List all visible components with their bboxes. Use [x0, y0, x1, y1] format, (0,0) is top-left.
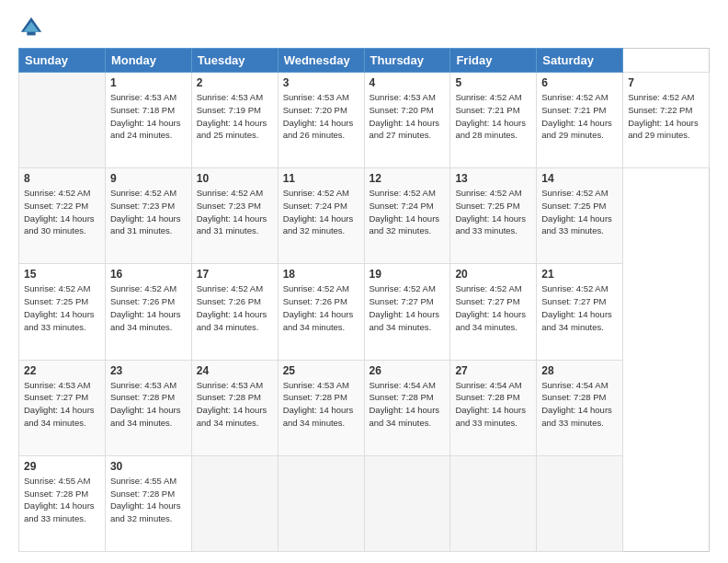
day-cell-10: 10Sunrise: 4:52 AMSunset: 7:23 PMDayligh…	[191, 168, 278, 264]
calendar-table: SundayMondayTuesdayWednesdayThursdayFrid…	[18, 48, 710, 552]
day-info: Sunrise: 4:52 AMSunset: 7:25 PMDaylight:…	[24, 282, 100, 333]
day-info: Sunrise: 4:53 AMSunset: 7:28 PMDaylight:…	[110, 379, 187, 430]
col-header-tuesday: Tuesday	[191, 49, 278, 73]
calendar-week-2: 8Sunrise: 4:52 AMSunset: 7:22 PMDaylight…	[19, 168, 710, 264]
day-info: Sunrise: 4:53 AMSunset: 7:19 PMDaylight:…	[197, 91, 273, 142]
empty-cell	[364, 455, 450, 551]
day-cell-18: 18Sunrise: 4:52 AMSunset: 7:26 PMDayligh…	[278, 264, 364, 360]
day-cell-5: 5Sunrise: 4:52 AMSunset: 7:21 PMDaylight…	[450, 73, 537, 168]
day-cell-7: 7Sunrise: 4:52 AMSunset: 7:22 PMDaylight…	[623, 73, 710, 168]
day-number: 21	[541, 268, 618, 281]
empty-cell	[537, 455, 623, 551]
logo-icon	[18, 15, 44, 40]
day-number: 14	[541, 172, 618, 185]
day-number: 25	[283, 364, 359, 377]
day-cell-3: 3Sunrise: 4:53 AMSunset: 7:20 PMDaylight…	[278, 73, 364, 168]
day-cell-21: 21Sunrise: 4:52 AMSunset: 7:27 PMDayligh…	[537, 264, 623, 360]
day-number: 1	[110, 76, 187, 89]
day-number: 4	[370, 76, 446, 89]
day-cell-25: 25Sunrise: 4:53 AMSunset: 7:28 PMDayligh…	[278, 360, 364, 455]
calendar-week-1: 1Sunrise: 4:53 AMSunset: 7:18 PMDaylight…	[19, 73, 710, 168]
day-number: 2	[197, 76, 273, 89]
day-info: Sunrise: 4:52 AMSunset: 7:23 PMDaylight:…	[197, 187, 273, 237]
col-header-saturday: Saturday	[537, 49, 623, 73]
empty-cell	[278, 455, 364, 551]
day-info: Sunrise: 4:52 AMSunset: 7:22 PMDaylight:…	[24, 187, 100, 237]
day-info: Sunrise: 4:52 AMSunset: 7:24 PMDaylight:…	[283, 187, 359, 237]
day-number: 29	[24, 460, 100, 473]
day-cell-2: 2Sunrise: 4:53 AMSunset: 7:19 PMDaylight…	[191, 73, 278, 168]
day-number: 19	[370, 268, 446, 281]
day-number: 3	[283, 76, 359, 89]
col-header-friday: Friday	[450, 49, 537, 73]
col-header-sunday: Sunday	[19, 49, 106, 73]
day-info: Sunrise: 4:52 AMSunset: 7:23 PMDaylight:…	[110, 187, 187, 237]
day-info: Sunrise: 4:52 AMSunset: 7:25 PMDaylight:…	[541, 187, 618, 237]
day-info: Sunrise: 4:52 AMSunset: 7:27 PMDaylight:…	[541, 282, 618, 333]
day-info: Sunrise: 4:52 AMSunset: 7:25 PMDaylight:…	[455, 187, 531, 237]
day-cell-22: 22Sunrise: 4:53 AMSunset: 7:27 PMDayligh…	[19, 360, 106, 455]
day-info: Sunrise: 4:52 AMSunset: 7:26 PMDaylight:…	[110, 282, 187, 333]
day-cell-6: 6Sunrise: 4:52 AMSunset: 7:21 PMDaylight…	[537, 73, 623, 168]
day-number: 22	[24, 364, 100, 377]
empty-cell	[450, 455, 537, 551]
day-info: Sunrise: 4:52 AMSunset: 7:27 PMDaylight:…	[455, 282, 531, 333]
day-number: 12	[370, 172, 446, 185]
day-number: 11	[283, 172, 359, 185]
day-number: 30	[110, 460, 187, 473]
logo	[18, 15, 48, 40]
day-number: 8	[24, 172, 100, 185]
day-number: 16	[110, 268, 187, 281]
day-cell-24: 24Sunrise: 4:53 AMSunset: 7:28 PMDayligh…	[191, 360, 278, 455]
day-cell-9: 9Sunrise: 4:52 AMSunset: 7:23 PMDaylight…	[105, 168, 191, 264]
day-cell-17: 17Sunrise: 4:52 AMSunset: 7:26 PMDayligh…	[191, 264, 278, 360]
col-header-monday: Monday	[105, 49, 191, 73]
calendar-week-3: 15Sunrise: 4:52 AMSunset: 7:25 PMDayligh…	[19, 264, 710, 360]
day-cell-15: 15Sunrise: 4:52 AMSunset: 7:25 PMDayligh…	[19, 264, 106, 360]
calendar-week-4: 22Sunrise: 4:53 AMSunset: 7:27 PMDayligh…	[19, 360, 710, 455]
day-cell-20: 20Sunrise: 4:52 AMSunset: 7:27 PMDayligh…	[450, 264, 537, 360]
day-info: Sunrise: 4:54 AMSunset: 7:28 PMDaylight:…	[370, 379, 446, 430]
empty-cell	[19, 73, 106, 168]
day-info: Sunrise: 4:54 AMSunset: 7:28 PMDaylight:…	[541, 379, 618, 430]
day-info: Sunrise: 4:52 AMSunset: 7:22 PMDaylight:…	[628, 91, 704, 142]
day-number: 17	[197, 268, 273, 281]
day-cell-16: 16Sunrise: 4:52 AMSunset: 7:26 PMDayligh…	[105, 264, 191, 360]
day-cell-8: 8Sunrise: 4:52 AMSunset: 7:22 PMDaylight…	[19, 168, 106, 264]
day-info: Sunrise: 4:52 AMSunset: 7:21 PMDaylight:…	[455, 91, 531, 142]
day-info: Sunrise: 4:52 AMSunset: 7:26 PMDaylight:…	[283, 282, 359, 333]
day-info: Sunrise: 4:53 AMSunset: 7:20 PMDaylight:…	[370, 91, 446, 142]
col-header-thursday: Thursday	[364, 49, 450, 73]
svg-rect-2	[27, 32, 35, 36]
header	[18, 15, 710, 40]
day-info: Sunrise: 4:53 AMSunset: 7:18 PMDaylight:…	[110, 91, 187, 142]
day-number: 10	[197, 172, 273, 185]
empty-cell	[191, 455, 278, 551]
day-info: Sunrise: 4:54 AMSunset: 7:28 PMDaylight:…	[455, 379, 531, 430]
day-info: Sunrise: 4:53 AMSunset: 7:28 PMDaylight:…	[283, 379, 359, 430]
day-number: 7	[628, 76, 704, 89]
day-cell-23: 23Sunrise: 4:53 AMSunset: 7:28 PMDayligh…	[105, 360, 191, 455]
day-cell-12: 12Sunrise: 4:52 AMSunset: 7:24 PMDayligh…	[364, 168, 450, 264]
day-cell-19: 19Sunrise: 4:52 AMSunset: 7:27 PMDayligh…	[364, 264, 450, 360]
day-number: 9	[110, 172, 187, 185]
day-number: 15	[24, 268, 100, 281]
day-cell-1: 1Sunrise: 4:53 AMSunset: 7:18 PMDaylight…	[105, 73, 191, 168]
day-cell-27: 27Sunrise: 4:54 AMSunset: 7:28 PMDayligh…	[450, 360, 537, 455]
day-number: 26	[370, 364, 446, 377]
col-header-wednesday: Wednesday	[278, 49, 364, 73]
day-info: Sunrise: 4:55 AMSunset: 7:28 PMDaylight:…	[24, 475, 100, 525]
day-info: Sunrise: 4:53 AMSunset: 7:28 PMDaylight:…	[197, 379, 273, 430]
day-number: 5	[455, 76, 531, 89]
day-cell-26: 26Sunrise: 4:54 AMSunset: 7:28 PMDayligh…	[364, 360, 450, 455]
day-cell-30: 30Sunrise: 4:55 AMSunset: 7:28 PMDayligh…	[105, 455, 191, 551]
day-cell-4: 4Sunrise: 4:53 AMSunset: 7:20 PMDaylight…	[364, 73, 450, 168]
day-cell-14: 14Sunrise: 4:52 AMSunset: 7:25 PMDayligh…	[537, 168, 623, 264]
day-number: 6	[541, 76, 618, 89]
day-number: 24	[197, 364, 273, 377]
day-number: 13	[455, 172, 531, 185]
day-info: Sunrise: 4:52 AMSunset: 7:26 PMDaylight:…	[197, 282, 273, 333]
day-cell-28: 28Sunrise: 4:54 AMSunset: 7:28 PMDayligh…	[537, 360, 623, 455]
day-number: 23	[110, 364, 187, 377]
day-number: 18	[283, 268, 359, 281]
